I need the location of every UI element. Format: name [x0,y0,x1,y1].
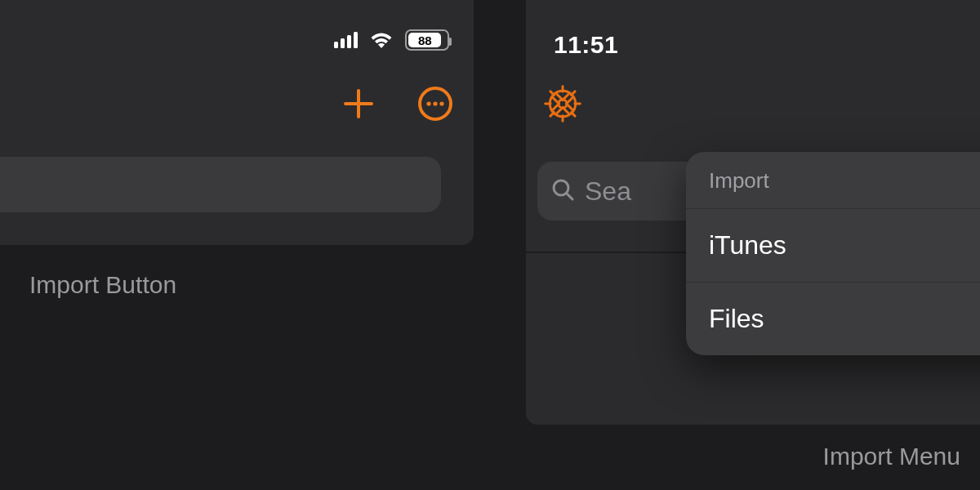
import-menu-title: Import [686,152,980,209]
caption-right: Import Menu [823,443,960,470]
svg-line-15 [571,91,575,96]
svg-line-19 [567,104,572,109]
search-input[interactable] [0,157,441,212]
add-button[interactable] [338,83,379,124]
svg-line-13 [571,112,575,116]
wifi-icon [369,31,394,49]
svg-line-21 [557,108,563,114]
more-icon [417,86,453,122]
panel-import-menu: 11:51 [501,0,980,490]
status-time: 11:51 [554,31,618,59]
plus-icon [341,87,376,121]
search-placeholder: Sea [585,176,631,207]
toolbar [338,83,456,124]
import-menu-item-files[interactable]: Files [686,282,980,355]
caption-left: Import Button [29,271,176,299]
svg-line-23 [567,98,572,104]
svg-line-22 [553,98,559,104]
battery-fill: 88 [408,33,441,47]
device-screenshot-left: 88 [0,0,474,245]
status-bar: 88 [334,29,449,51]
svg-line-16 [563,94,568,100]
panel-import-button: 88 Import Button [0,0,477,490]
gear-icon [542,82,583,126]
battery-percent: 88 [418,33,432,47]
svg-line-14 [550,112,555,116]
search-icon [550,177,575,205]
battery-icon: 88 [405,29,449,51]
svg-point-4 [433,101,437,105]
more-button[interactable] [415,83,456,124]
settings-button[interactable] [542,83,583,124]
import-menu: Import iTunes Files [686,152,980,355]
svg-line-25 [567,194,572,199]
cellular-icon [334,32,358,48]
svg-line-17 [557,94,563,100]
svg-line-18 [553,104,559,109]
device-screenshot-right: 11:51 [526,0,980,425]
svg-point-3 [426,101,430,105]
svg-line-20 [563,108,568,114]
import-menu-item-itunes[interactable]: iTunes [686,209,980,282]
svg-point-5 [439,101,443,105]
svg-line-12 [550,91,555,96]
